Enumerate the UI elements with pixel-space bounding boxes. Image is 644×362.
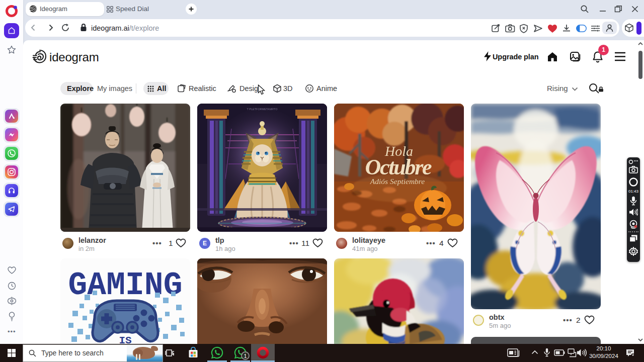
svg-text:Adiós Septiembre: Adiós Septiembre (370, 177, 425, 186)
svg-text:Octubre: Octubre (365, 155, 432, 179)
svg-text:IS: IS (119, 335, 131, 344)
svg-text:T PLETFORMETAMRTO: T PLETFORMETAMRTO (247, 108, 278, 111)
